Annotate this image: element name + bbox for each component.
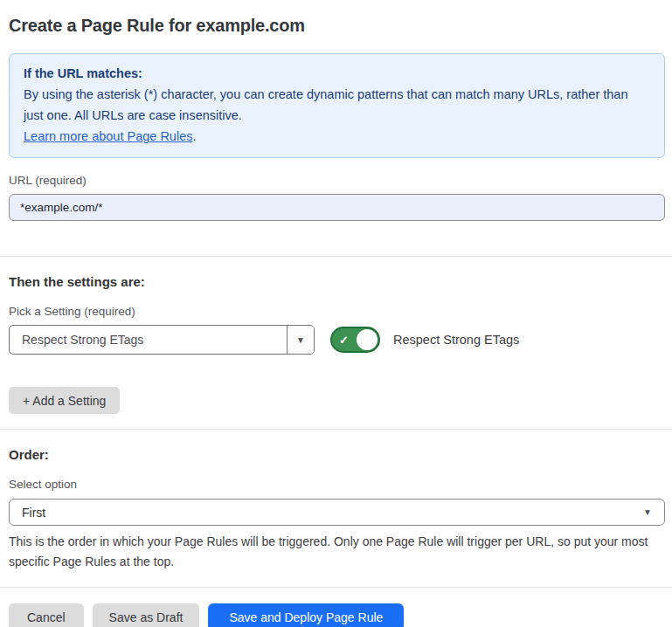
order-section-heading: Order: bbox=[9, 447, 665, 462]
divider-settings-order bbox=[0, 429, 672, 430]
divider-url-settings bbox=[0, 256, 672, 257]
learn-more-link[interactable]: Learn more about Page Rules bbox=[24, 129, 192, 143]
setting-select[interactable]: Respect Strong ETags ▼ bbox=[9, 325, 315, 355]
info-box-body: By using the asterisk (*) character, you… bbox=[24, 84, 650, 126]
divider-actions bbox=[0, 587, 672, 588]
add-setting-button[interactable]: + Add a Setting bbox=[9, 387, 120, 414]
check-icon: ✓ bbox=[339, 334, 349, 346]
cancel-button[interactable]: Cancel bbox=[9, 603, 84, 627]
setting-row: Respect Strong ETags ▼ ✓ Respect Strong … bbox=[9, 325, 665, 355]
toggle-knob bbox=[357, 329, 378, 350]
chevron-down-icon: ▼ bbox=[643, 507, 652, 517]
setting-picker-label: Pick a Setting (required) bbox=[9, 305, 665, 318]
order-select-label: Select option bbox=[9, 478, 665, 491]
setting-toggle[interactable]: ✓ bbox=[330, 327, 380, 353]
url-field-label: URL (required) bbox=[9, 174, 665, 187]
link-suffix: . bbox=[192, 129, 196, 143]
order-select-value: First bbox=[22, 506, 643, 520]
dropdown-arrow-icon: ▼ bbox=[296, 335, 305, 345]
save-as-draft-button[interactable]: Save as Draft bbox=[93, 603, 200, 627]
info-box-heading: If the URL matches: bbox=[24, 63, 650, 84]
setting-select-arrow-section[interactable]: ▼ bbox=[287, 326, 314, 354]
order-select[interactable]: First ▼ bbox=[9, 499, 665, 526]
setting-select-value: Respect Strong ETags bbox=[10, 326, 287, 354]
info-box-link-line: Learn more about Page Rules. bbox=[24, 126, 650, 147]
url-match-info-box: If the URL matches: By using the asteris… bbox=[9, 53, 665, 158]
url-input[interactable] bbox=[9, 194, 665, 221]
save-and-deploy-button[interactable]: Save and Deploy Page Rule bbox=[208, 603, 404, 627]
page-rule-form: Create a Page Rule for example.com If th… bbox=[0, 0, 672, 627]
order-help-text: This is the order in which your Page Rul… bbox=[9, 532, 665, 571]
page-title: Create a Page Rule for example.com bbox=[9, 16, 665, 36]
setting-toggle-label: Respect Strong ETags bbox=[393, 333, 519, 347]
actions-row: Cancel Save as Draft Save and Deploy Pag… bbox=[9, 603, 665, 627]
settings-section-heading: Then the settings are: bbox=[9, 274, 665, 289]
